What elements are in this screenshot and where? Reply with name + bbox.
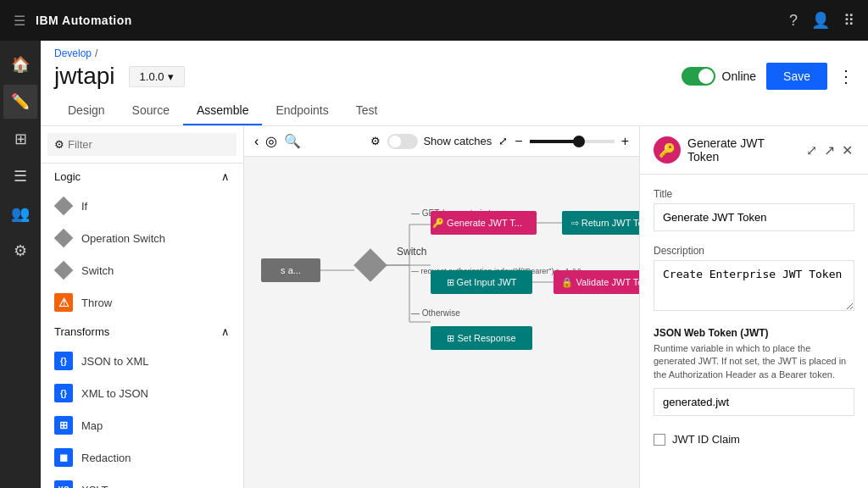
tab-source[interactable]: Source [119,97,183,125]
sidebar-settings-icon[interactable]: ⚙ [3,234,37,268]
map-icon: ⊞ [54,416,73,435]
sidebar-item-json-to-xml[interactable]: {} JSON to XML [41,345,243,377]
jwt-section-title: JSON Web Token (JWT) [654,327,854,339]
canvas-back-icon[interactable]: ‹ [254,134,259,149]
version-select[interactable]: 1.0.0 ▾ [129,66,185,87]
svg-text:s a...: s a... [281,265,301,275]
catches-toggle-switch[interactable] [387,134,418,149]
json-to-xml-label: JSON to XML [81,355,148,368]
version-label: 1.0.0 [140,70,164,83]
tab-endpoints[interactable]: Endpoints [262,97,342,125]
apps-icon[interactable]: ⠿ [843,11,854,30]
breadcrumb-develop[interactable]: Develop [54,47,92,59]
title-field-group: Title [654,188,854,231]
jwt-id-claim-row: JWT ID Claim [654,430,854,449]
jwt-field-desc: Runtime variable in which to place the g… [654,342,854,381]
section-transforms-label: Transforms [54,325,109,338]
right-panel-title: Generate JWT Token [687,136,798,164]
section-logic-chevron-icon: ∧ [221,170,230,183]
breadcrumb: Develop / [54,47,854,59]
redaction-label: Redaction [81,452,131,464]
panel-filter: ⚙ [41,126,243,164]
brand-logo: IBM Automation [36,14,132,27]
panel-popout-button[interactable]: ⤢ [804,141,819,160]
jwt-field-input[interactable] [654,388,854,416]
canvas-settings-icon[interactable]: ◎ [265,133,277,149]
title-field-input[interactable] [654,203,854,231]
title-right: Online Save ⋮ [682,63,854,90]
tab-design[interactable]: Design [54,97,119,125]
save-button[interactable]: Save [766,63,827,90]
canvas-toolbar: ‹ ◎ 🔍 ⚙ Show catches ⤢ − + [244,126,639,157]
svg-text:🔒 Validate JWT To...: 🔒 Validate JWT To... [561,276,639,288]
top-nav: ☰ IBM Automation ? 👤 ⠿ [0,0,868,41]
sidebar-item-xml-to-json[interactable]: {} XML to JSON [41,377,243,409]
canvas-content[interactable]: s a... Switch — GET /generate-jwt [244,157,639,483]
switch-node-label: Switch [397,246,426,258]
jwt-id-claim-checkbox[interactable] [654,434,665,446]
filter-icon-toolbar[interactable]: ⚙ [370,135,381,147]
tab-test[interactable]: Test [342,97,392,125]
canvas-expand-icon[interactable]: ⤢ [498,135,508,147]
sidebar-edit-icon[interactable]: ✏️ [3,85,37,119]
sidebar-item-redaction[interactable]: ◼ Redaction [41,441,243,474]
sidebar-item-map[interactable]: ⊞ Map [41,409,243,441]
switch-diamond[interactable] [353,248,387,282]
sidebar-item-if[interactable]: If [41,190,243,222]
flow-diagram: s a... Switch — GET /generate-jwt [261,174,639,428]
otherwise-label: — Otherwise [411,308,460,318]
switch-icon-wrapper [54,261,73,280]
app-title-row: jwtapi 1.0.0 ▾ Online Save ⋮ [54,63,854,97]
section-transforms-chevron-icon: ∧ [221,325,230,338]
app-header: Develop / jwtapi 1.0.0 ▾ Online Save ⋮ [41,41,868,126]
section-logic-label: Logic [54,170,81,183]
panel-icon-circle: 🔑 [654,136,681,164]
content-area: ⚙ Logic ∧ If Operation Switch [41,126,868,488]
flow-canvas: s a... Switch — GET /generate-jwt [244,157,639,447]
zoom-plus-icon[interactable]: + [621,134,629,149]
panel-sidebar: ⚙ Logic ∧ If Operation Switch [41,126,244,488]
title-field-label: Title [654,188,854,200]
tab-assemble[interactable]: Assemble [183,97,262,125]
breadcrumb-separator: / [95,47,97,59]
if-icon-wrapper [54,197,73,215]
online-toggle-switch[interactable] [682,67,715,86]
operation-switch-label: Operation Switch [81,232,165,245]
title-left: jwtapi 1.0.0 ▾ [54,63,185,90]
sidebar-users-icon[interactable]: 👥 [3,197,37,230]
section-transforms-header[interactable]: Transforms ∧ [41,319,243,345]
if-label: If [81,200,87,213]
sidebar-blocks-icon[interactable]: ⊞ [3,122,37,156]
sidebar-item-xslt[interactable]: XS XSLT [41,474,243,488]
sidebar-item-operation-switch[interactable]: Operation Switch [41,222,243,254]
throw-icon: ⚠ [54,293,73,312]
zoom-minus-icon[interactable]: − [515,134,522,149]
switch-icon [54,261,74,280]
canvas-search-icon[interactable]: 🔍 [284,133,301,149]
top-nav-right: ? 👤 ⠿ [789,11,854,30]
if-icon [54,197,74,216]
panel-close-button[interactable]: ✕ [840,141,854,160]
sidebar-item-switch[interactable]: Switch [41,254,243,286]
xml-to-json-icon: {} [54,384,73,402]
description-field-group: Description Create Enterprise JWT Token [654,245,854,313]
switch-label: Switch [81,264,114,277]
sidebar-item-throw[interactable]: ⚠ Throw [41,286,243,319]
sidebar-home-icon[interactable]: 🏠 [3,47,37,81]
tabs-bar: Design Source Assemble Endpoints Test [54,97,854,125]
filter-input-wrapper[interactable]: ⚙ [47,133,236,156]
app-title: jwtapi [54,63,115,90]
sidebar-list-icon[interactable]: ☰ [3,159,37,193]
section-logic-header[interactable]: Logic ∧ [41,164,243,190]
right-panel-body: Title Description Create Enterprise JWT … [640,175,868,463]
user-icon[interactable]: 👤 [811,11,830,30]
more-options-button[interactable]: ⋮ [837,66,854,86]
help-icon[interactable]: ? [789,12,798,30]
json-to-xml-icon: {} [54,352,73,370]
throw-label: Throw [81,297,112,309]
hamburger-icon[interactable]: ☰ [14,13,25,29]
description-field-textarea[interactable]: Create Enterprise JWT Token [654,260,854,311]
filter-input[interactable] [68,138,230,151]
zoom-slider[interactable] [530,140,615,143]
panel-expand-button[interactable]: ↗ [822,141,837,160]
